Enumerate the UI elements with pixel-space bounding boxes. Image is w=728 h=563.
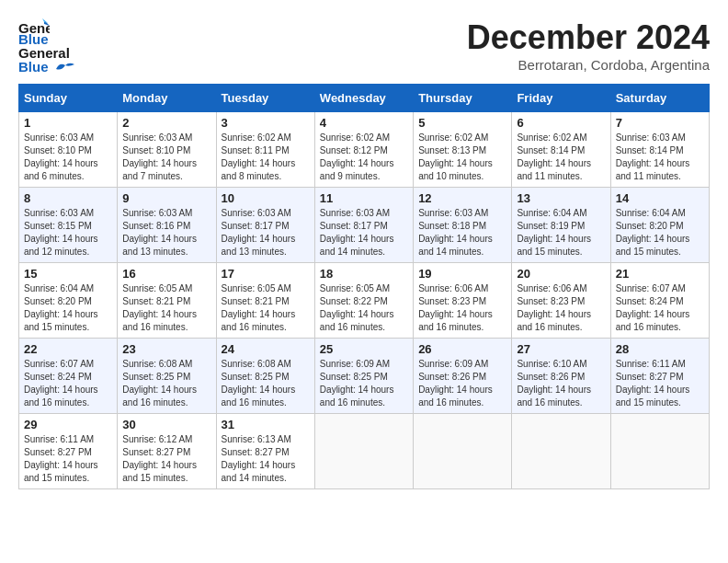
calendar-cell: 2 Sunrise: 6:03 AM Sunset: 8:10 PM Dayli… [118, 112, 216, 188]
day-number: 23 [122, 342, 210, 356]
day-info: Sunrise: 6:04 AM Sunset: 8:19 PM Dayligh… [517, 207, 605, 259]
day-number: 25 [320, 342, 408, 356]
header-monday: Monday [118, 85, 216, 112]
calendar-cell [610, 414, 709, 489]
calendar-table: SundayMondayTuesdayWednesdayThursdayFrid… [18, 84, 710, 489]
calendar-cell: 9 Sunrise: 6:03 AM Sunset: 8:16 PM Dayli… [118, 188, 216, 263]
day-info: Sunrise: 6:12 AM Sunset: 8:27 PM Dayligh… [122, 433, 210, 485]
day-info: Sunrise: 6:02 AM Sunset: 8:11 PM Dayligh… [222, 132, 310, 183]
day-info: Sunrise: 6:06 AM Sunset: 8:23 PM Dayligh… [517, 282, 605, 334]
day-info: Sunrise: 6:02 AM Sunset: 8:14 PM Dayligh… [517, 132, 605, 183]
day-info: Sunrise: 6:07 AM Sunset: 8:24 PM Dayligh… [616, 282, 704, 334]
day-number: 28 [616, 342, 704, 356]
calendar-cell: 14 Sunrise: 6:04 AM Sunset: 8:20 PM Dayl… [610, 188, 709, 263]
calendar-cell: 25 Sunrise: 6:09 AM Sunset: 8:25 PM Dayl… [314, 339, 413, 414]
calendar-week-row: 8 Sunrise: 6:03 AM Sunset: 8:15 PM Dayli… [19, 188, 710, 263]
day-info: Sunrise: 6:03 AM Sunset: 8:16 PM Dayligh… [122, 207, 210, 259]
header-saturday: Saturday [610, 85, 709, 112]
day-number: 15 [24, 267, 112, 281]
calendar-cell: 4 Sunrise: 6:02 AM Sunset: 8:12 PM Dayli… [314, 112, 413, 188]
day-number: 20 [517, 267, 605, 281]
calendar-cell: 7 Sunrise: 6:03 AM Sunset: 8:14 PM Dayli… [610, 112, 709, 188]
day-info: Sunrise: 6:08 AM Sunset: 8:25 PM Dayligh… [122, 358, 210, 409]
logo-text-blue: Blue [18, 59, 49, 75]
day-info: Sunrise: 6:04 AM Sunset: 8:20 PM Dayligh… [616, 207, 704, 259]
day-info: Sunrise: 6:10 AM Sunset: 8:26 PM Dayligh… [517, 358, 605, 409]
day-info: Sunrise: 6:06 AM Sunset: 8:23 PM Dayligh… [418, 282, 506, 334]
calendar-cell: 20 Sunrise: 6:06 AM Sunset: 8:23 PM Dayl… [512, 263, 610, 339]
day-info: Sunrise: 6:04 AM Sunset: 8:20 PM Dayligh… [24, 282, 112, 334]
header-friday: Friday [512, 85, 610, 112]
day-number: 24 [222, 342, 310, 356]
calendar-cell: 6 Sunrise: 6:02 AM Sunset: 8:14 PM Dayli… [512, 112, 610, 188]
day-info: Sunrise: 6:11 AM Sunset: 8:27 PM Dayligh… [24, 433, 112, 485]
calendar-cell: 22 Sunrise: 6:07 AM Sunset: 8:24 PM Dayl… [19, 339, 118, 414]
day-number: 17 [222, 267, 310, 281]
day-info: Sunrise: 6:02 AM Sunset: 8:12 PM Dayligh… [320, 132, 408, 183]
day-info: Sunrise: 6:03 AM Sunset: 8:10 PM Dayligh… [24, 132, 112, 183]
calendar-cell: 8 Sunrise: 6:03 AM Sunset: 8:15 PM Dayli… [19, 188, 118, 263]
day-number: 10 [222, 191, 310, 205]
day-number: 30 [122, 418, 210, 431]
calendar-cell: 12 Sunrise: 6:03 AM Sunset: 8:18 PM Dayl… [414, 188, 512, 263]
day-number: 21 [616, 267, 704, 281]
header-sunday: Sunday [19, 85, 118, 112]
calendar-cell: 1 Sunrise: 6:03 AM Sunset: 8:10 PM Dayli… [19, 112, 118, 188]
calendar-cell: 3 Sunrise: 6:02 AM Sunset: 8:11 PM Dayli… [216, 112, 314, 188]
day-number: 29 [24, 418, 112, 431]
calendar-cell: 15 Sunrise: 6:04 AM Sunset: 8:20 PM Dayl… [19, 263, 118, 339]
day-number: 2 [122, 116, 210, 130]
day-number: 3 [222, 116, 310, 130]
calendar-cell: 27 Sunrise: 6:10 AM Sunset: 8:26 PM Dayl… [512, 339, 610, 414]
calendar-cell: 29 Sunrise: 6:11 AM Sunset: 8:27 PM Dayl… [19, 414, 118, 489]
calendar-cell: 13 Sunrise: 6:04 AM Sunset: 8:19 PM Dayl… [512, 188, 610, 263]
calendar-week-row: 1 Sunrise: 6:03 AM Sunset: 8:10 PM Dayli… [19, 112, 710, 188]
day-number: 9 [122, 191, 210, 205]
calendar-cell: 17 Sunrise: 6:05 AM Sunset: 8:21 PM Dayl… [216, 263, 314, 339]
day-number: 26 [418, 342, 506, 356]
day-info: Sunrise: 6:13 AM Sunset: 8:27 PM Dayligh… [222, 433, 310, 485]
calendar-cell: 11 Sunrise: 6:03 AM Sunset: 8:17 PM Dayl… [314, 188, 413, 263]
day-info: Sunrise: 6:05 AM Sunset: 8:21 PM Dayligh… [222, 282, 310, 334]
day-number: 12 [418, 191, 506, 205]
day-number: 4 [320, 116, 408, 130]
calendar-cell [314, 414, 413, 489]
day-info: Sunrise: 6:05 AM Sunset: 8:21 PM Dayligh… [122, 282, 210, 334]
month-title: December 2024 [467, 18, 710, 57]
title-section: December 2024 Berrotaran, Cordoba, Argen… [467, 18, 710, 73]
day-info: Sunrise: 6:11 AM Sunset: 8:27 PM Dayligh… [616, 358, 704, 409]
day-number: 18 [320, 267, 408, 281]
calendar-header-row: SundayMondayTuesdayWednesdayThursdayFrid… [19, 85, 710, 112]
header-thursday: Thursday [414, 85, 512, 112]
calendar-week-row: 29 Sunrise: 6:11 AM Sunset: 8:27 PM Dayl… [19, 414, 710, 489]
day-number: 16 [122, 267, 210, 281]
day-number: 13 [517, 191, 605, 205]
day-number: 27 [517, 342, 605, 356]
day-info: Sunrise: 6:09 AM Sunset: 8:26 PM Dayligh… [418, 358, 506, 409]
calendar-cell: 19 Sunrise: 6:06 AM Sunset: 8:23 PM Dayl… [414, 263, 512, 339]
header-wednesday: Wednesday [314, 85, 413, 112]
day-number: 11 [320, 191, 408, 205]
day-info: Sunrise: 6:03 AM Sunset: 8:17 PM Dayligh… [222, 207, 310, 259]
day-info: Sunrise: 6:02 AM Sunset: 8:13 PM Dayligh… [418, 132, 506, 183]
day-number: 7 [616, 116, 704, 130]
day-info: Sunrise: 6:05 AM Sunset: 8:22 PM Dayligh… [320, 282, 408, 334]
calendar-week-row: 15 Sunrise: 6:04 AM Sunset: 8:20 PM Dayl… [19, 263, 710, 339]
location: Berrotaran, Cordoba, Argentina [467, 57, 710, 73]
day-info: Sunrise: 6:03 AM Sunset: 8:15 PM Dayligh… [24, 207, 112, 259]
day-info: Sunrise: 6:03 AM Sunset: 8:17 PM Dayligh… [320, 207, 408, 259]
day-number: 1 [24, 116, 112, 130]
calendar-cell: 18 Sunrise: 6:05 AM Sunset: 8:22 PM Dayl… [314, 263, 413, 339]
svg-text:Blue: Blue [18, 31, 49, 44]
day-info: Sunrise: 6:03 AM Sunset: 8:10 PM Dayligh… [122, 132, 210, 183]
calendar-cell: 31 Sunrise: 6:13 AM Sunset: 8:27 PM Dayl… [216, 414, 314, 489]
bird-icon [54, 62, 74, 75]
calendar-cell [414, 414, 512, 489]
logo: General Blue General Blue [18, 18, 74, 75]
calendar-cell: 23 Sunrise: 6:08 AM Sunset: 8:25 PM Dayl… [118, 339, 216, 414]
day-number: 6 [517, 116, 605, 130]
day-number: 8 [24, 191, 112, 205]
day-info: Sunrise: 6:07 AM Sunset: 8:24 PM Dayligh… [24, 358, 112, 409]
day-number: 22 [24, 342, 112, 356]
page-header: General Blue General Blue December 2024 … [18, 18, 710, 75]
